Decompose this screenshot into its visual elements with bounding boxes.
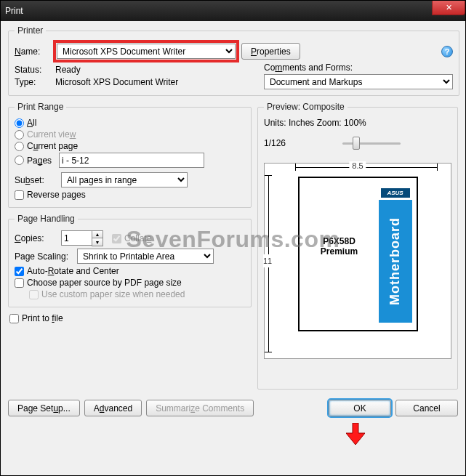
preview-page: ASUS Motherboard P6X58DPremium xyxy=(298,177,418,331)
chevron-up-icon[interactable]: ▲ xyxy=(92,231,103,238)
type-label: Type: xyxy=(15,77,51,87)
chevron-down-icon[interactable]: ▼ xyxy=(92,238,103,246)
preview-height-label: 11 xyxy=(263,254,272,267)
page-setup-button[interactable]: Page Setup... xyxy=(8,400,80,416)
advanced-button[interactable]: Advanced xyxy=(84,400,142,416)
window-title: Print xyxy=(5,6,23,16)
range-current-page-label: Current page xyxy=(27,141,78,151)
copies-input[interactable] xyxy=(61,230,92,246)
asus-logo: ASUS xyxy=(381,188,410,198)
choose-source-label: Choose paper source by PDF page size xyxy=(27,278,182,288)
choose-source-check[interactable] xyxy=(15,278,24,288)
print-range-group: Print Range All Current view Current pag… xyxy=(8,102,252,208)
type-value: Microsoft XPS Document Writer xyxy=(55,77,178,87)
status-label: Status: xyxy=(15,65,51,75)
print-dialog: Print ✕ Printer Name: Microsoft XPS Docu… xyxy=(0,0,466,476)
preview-width-label: 8.5 xyxy=(349,161,366,170)
preview-page-count: 1/126 xyxy=(264,138,337,148)
collate-check xyxy=(112,234,121,243)
range-all-label: All xyxy=(27,118,36,128)
reverse-pages-check[interactable] xyxy=(15,190,24,200)
zoom-slider[interactable] xyxy=(342,142,401,145)
ok-button[interactable]: OK xyxy=(329,400,391,416)
cancel-button[interactable]: Cancel xyxy=(395,400,458,416)
copies-label: Copies: xyxy=(15,233,57,243)
preview-doc-title: P6X58DPremium xyxy=(314,236,365,257)
properties-button[interactable]: Properties xyxy=(241,43,300,60)
print-to-file-label: Print to file xyxy=(22,313,63,323)
summarize-comments-button: Summarize Comments xyxy=(146,400,254,416)
pages-input[interactable] xyxy=(59,153,204,168)
scaling-label: Page Scaling: xyxy=(15,251,73,262)
range-all-radio[interactable] xyxy=(15,118,24,128)
subset-select[interactable]: All pages in range xyxy=(61,172,188,187)
preview-group: Preview: Composite Units: Inches Zoom: 1… xyxy=(257,102,458,390)
print-range-legend: Print Range xyxy=(15,102,66,112)
range-pages-radio[interactable] xyxy=(15,156,24,165)
comments-select[interactable]: Document and Markups xyxy=(264,74,453,89)
scaling-select[interactable]: Shrink to Printable Area xyxy=(77,249,214,264)
range-current-page-radio[interactable] xyxy=(15,142,24,151)
auto-rotate-check[interactable] xyxy=(15,267,24,276)
printer-group: Printer Name: Microsoft XPS Document Wri… xyxy=(8,25,459,96)
auto-rotate-label: Auto-Rotate and Center xyxy=(27,266,119,276)
help-icon[interactable]: ? xyxy=(441,46,453,57)
range-current-view-radio[interactable] xyxy=(15,130,24,140)
custom-size-label: Use custom paper size when needed xyxy=(41,289,185,299)
page-handling-legend: Page Handling xyxy=(15,214,78,224)
close-icon[interactable]: ✕ xyxy=(432,1,465,15)
titlebar[interactable]: Print ✕ xyxy=(1,1,465,21)
range-pages-label: Pages xyxy=(27,156,52,166)
printer-name-select[interactable]: Microsoft XPS Document Writer xyxy=(57,44,236,59)
reverse-pages-label: Reverse pages xyxy=(27,190,86,200)
collate-label: Collate xyxy=(124,233,151,243)
subset-label: Subset: xyxy=(15,175,57,185)
motherboard-band: Motherboard xyxy=(379,200,412,323)
range-current-view-label: Current view xyxy=(27,129,76,140)
preview-canvas: 8.5 11 ASUS Motherboard P6X58DPremium xyxy=(264,163,451,359)
printer-legend: Printer xyxy=(15,25,46,36)
print-to-file-check[interactable] xyxy=(9,314,19,323)
custom-size-check xyxy=(29,290,39,299)
name-label: Name: xyxy=(15,47,51,57)
status-value: Ready xyxy=(55,65,81,75)
copies-stepper[interactable]: ▲▼ xyxy=(61,230,103,246)
preview-legend: Preview: Composite xyxy=(264,102,348,112)
page-handling-group: Page Handling Copies: ▲▼ Collate Page Sc… xyxy=(8,214,252,307)
preview-units: Units: Inches Zoom: 100% xyxy=(264,118,451,128)
comments-label: Comments and Forms: xyxy=(264,62,453,73)
